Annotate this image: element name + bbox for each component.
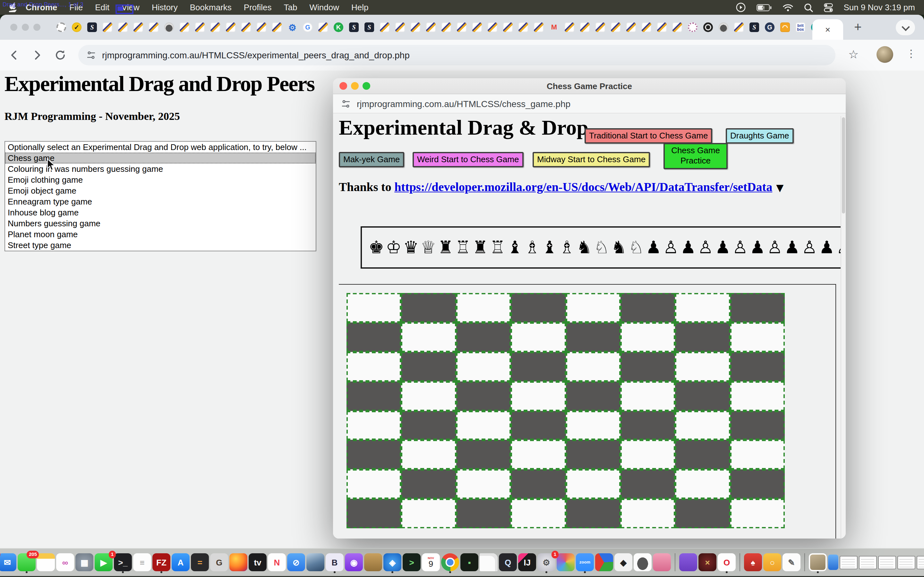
dock-quicktime-icon[interactable]: Q [499, 553, 517, 571]
google-g-tab-favicon[interactable]: G [303, 23, 312, 32]
target-dashed-tab-favicon[interactable] [57, 23, 66, 32]
board-square[interactable] [347, 440, 401, 470]
board-square[interactable] [565, 352, 620, 382]
dock-minimized-window[interactable] [878, 556, 896, 569]
dock-do-not-disturb-icon[interactable]: ⊘ [287, 553, 305, 571]
board-square[interactable] [565, 440, 620, 470]
board-square[interactable] [730, 440, 785, 470]
listbox-option[interactable]: Numbers guessing game [5, 218, 316, 229]
practice-button[interactable]: Chess Game Practice [664, 143, 728, 169]
menu-item-edit[interactable]: Edit [95, 3, 110, 12]
board-square[interactable] [401, 470, 456, 499]
control-center-icon[interactable] [824, 3, 833, 12]
dock-terminal-profile-icon[interactable]: > [403, 553, 421, 571]
pencil-tab-favicon[interactable] [441, 23, 451, 32]
popup-scrollbar[interactable] [841, 116, 846, 538]
pencil-tab-favicon[interactable] [472, 23, 482, 32]
dock-news-icon[interactable]: N [268, 553, 286, 571]
menu-item-window[interactable]: Window [310, 3, 339, 12]
dropdown-arrow-icon[interactable]: ▼ [776, 182, 783, 193]
menu-item-history[interactable]: History [152, 3, 178, 12]
dock-desktop-preview-icon[interactable] [306, 553, 325, 571]
chess-piece[interactable]: ♔ [385, 229, 402, 266]
board-square[interactable] [565, 322, 620, 352]
dock-minimized-window[interactable] [917, 556, 924, 569]
chess-piece[interactable]: ♗ [558, 229, 575, 266]
board-square[interactable] [675, 352, 730, 382]
board-square[interactable] [511, 352, 565, 382]
back-button[interactable] [8, 49, 21, 64]
chess-piece[interactable]: ♜ [472, 229, 489, 266]
dock-freeform-icon[interactable]: ∞ [56, 553, 74, 571]
chess-piece[interactable]: ♟ [783, 229, 801, 266]
gmail-tab-favicon[interactable]: M [549, 23, 559, 32]
window-zoom-button[interactable] [33, 24, 40, 31]
chess-piece[interactable]: ♖ [489, 229, 506, 266]
s-dark-tab-favicon[interactable]: S [87, 23, 97, 32]
board-square[interactable] [675, 440, 730, 470]
listbox-option[interactable]: Planet moon game [5, 229, 316, 240]
site-info-icon[interactable] [87, 51, 95, 60]
pencil-tab-favicon[interactable] [180, 23, 189, 32]
pencil-tab-favicon[interactable] [395, 23, 405, 32]
dock-compass-app-icon[interactable]: × [698, 553, 716, 571]
board-square[interactable] [511, 499, 565, 528]
board-square[interactable] [620, 470, 675, 499]
chess-piece[interactable]: ♘ [628, 229, 645, 266]
dock-zoom-icon[interactable]: zoom [576, 553, 594, 571]
gorilla-tab-favicon[interactable] [719, 23, 728, 32]
menu-item-bookmarks[interactable]: Bookmarks [190, 3, 232, 12]
dock-mini-finder-icon[interactable] [828, 554, 838, 570]
dock-inkscape-icon[interactable]: ◆ [614, 553, 632, 571]
chess-piece[interactable]: ♕ [420, 229, 437, 266]
dock-palette-icon[interactable] [557, 553, 575, 571]
dock-intellij-icon[interactable]: IJ [518, 553, 536, 571]
popup-minimize-button[interactable] [351, 82, 359, 90]
tab-close-icon[interactable]: × [825, 24, 830, 35]
menu-clock[interactable]: Sun 9 Nov 3:19 pm [843, 3, 915, 12]
dock-notes-icon[interactable] [37, 553, 55, 571]
board-square[interactable] [620, 499, 675, 528]
board-square[interactable] [511, 440, 565, 470]
address-bar[interactable]: rjmprogramming.com.au/HTMLCSS/experiment… [78, 45, 835, 65]
listbox-option[interactable]: Inhouse blog game [5, 207, 316, 218]
listbox-option[interactable]: Emoji clothing game [5, 174, 316, 185]
dock-draw-notes-icon[interactable]: ✎ [782, 553, 800, 571]
board-square[interactable] [401, 293, 456, 322]
dock-mask-app-icon[interactable] [634, 553, 652, 571]
gorilla-tab-favicon[interactable] [164, 23, 174, 32]
chess-piece[interactable]: ♝ [506, 229, 523, 266]
dock-minimized-window[interactable] [897, 556, 915, 569]
board-square[interactable] [730, 322, 785, 352]
active-tab[interactable]: × [813, 19, 843, 40]
menu-item-tab[interactable]: Tab [284, 3, 297, 12]
pencil-tab-favicon[interactable] [565, 23, 574, 32]
board-square[interactable] [456, 470, 511, 499]
dock-cards-game-icon[interactable]: ♠ [744, 553, 762, 571]
url-text[interactable]: rjmprogramming.com.au/HTMLCSS/experiment… [102, 50, 410, 60]
board-square[interactable] [456, 352, 511, 382]
board-square[interactable] [565, 411, 620, 440]
reload-button[interactable] [54, 49, 67, 64]
board-square[interactable] [565, 381, 620, 411]
board-square[interactable] [347, 411, 401, 440]
board-square[interactable] [456, 440, 511, 470]
chess-piece[interactable]: ♚ [368, 229, 385, 266]
popup-close-button[interactable] [339, 82, 347, 90]
dock-bear-notes-icon[interactable] [679, 553, 697, 571]
pencil-tab-favicon[interactable] [241, 23, 251, 32]
dock-settings-icon[interactable]: ⚙1 [537, 553, 556, 571]
window-close-button[interactable] [10, 24, 17, 31]
chess-piece[interactable]: ♟ [645, 229, 662, 266]
board-square[interactable] [456, 322, 511, 352]
app-select-listbox[interactable]: Optionally select an Experimental Drag a… [5, 141, 317, 251]
board-square[interactable] [675, 470, 730, 499]
board-square[interactable] [511, 381, 565, 411]
board-square[interactable] [620, 322, 675, 352]
dock-mail-icon[interactable]: ✉ [0, 553, 16, 571]
dock-gimp-icon[interactable]: G [210, 553, 228, 571]
chess-piece[interactable]: ♙ [662, 229, 680, 266]
dock-pink-app-icon[interactable] [653, 553, 671, 571]
chess-piece[interactable]: ♟ [680, 229, 697, 266]
dock-photos-folder-icon[interactable] [809, 553, 827, 571]
